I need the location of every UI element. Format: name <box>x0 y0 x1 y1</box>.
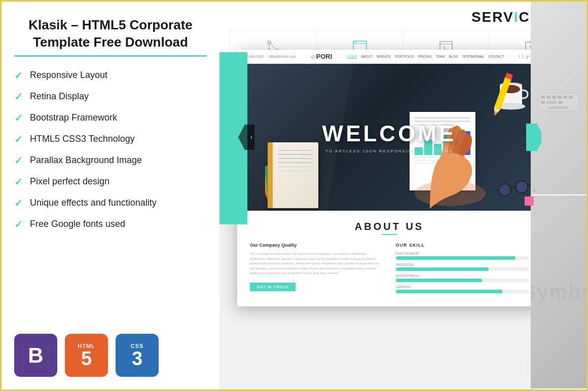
nav-links: HOME ABOUT SERVICE PORTFOLIO PRICING TEA… <box>347 55 504 59</box>
hero-subtitle: TO ARTLESS 100% RESPONSIVE PORI THEME <box>322 149 457 153</box>
skill-label: WORDPRESS <box>396 274 529 278</box>
nav-link-about[interactable]: ABOUT <box>361 55 372 59</box>
nav-logo: ⊙ PORI <box>311 53 333 60</box>
skill-fill <box>396 279 483 282</box>
skill-track <box>396 267 529 271</box>
nav-link-contact[interactable]: CONTACT <box>488 55 504 59</box>
notebook-line <box>278 166 313 167</box>
social-gp: g+ <box>526 55 530 58</box>
nav-link-team[interactable]: TEAM <box>436 55 445 59</box>
svg-rect-51 <box>559 101 563 104</box>
svg-rect-49 <box>541 101 545 104</box>
features-list: ✓ Responsive Layout ✓ Retina Display ✓ B… <box>14 69 207 314</box>
svg-point-32 <box>498 183 512 197</box>
sidebar-img-bottom: Symbo l <box>531 196 586 389</box>
notebook-line <box>278 154 313 155</box>
social-tw: t <box>523 55 524 58</box>
nav-contact: 305-449-3301 office@drone.com <box>243 55 296 58</box>
svg-rect-47 <box>563 96 567 99</box>
nav-link-service[interactable]: SERVICE <box>377 55 391 59</box>
svg-rect-43 <box>541 96 545 99</box>
nav-link-testimonial[interactable]: TESTIMONIAL <box>462 55 484 59</box>
sidebar-label-2: l <box>533 383 534 386</box>
social-fb: f <box>519 55 520 58</box>
notebook-line <box>278 158 313 159</box>
about-section: ABOUT US Our Company Quality Sed ut pers… <box>237 211 541 306</box>
logo-icon: ⊙ <box>311 54 316 60</box>
skill-item: LARAVEL <box>396 285 529 293</box>
svg-line-34 <box>510 187 516 188</box>
skill-label: LARAVEL <box>396 285 529 289</box>
list-item: ✓ Responsive Layout <box>14 69 207 82</box>
services-title: SERVICES <box>230 9 576 25</box>
nav-email: office@drone.com <box>269 55 296 58</box>
skill-track <box>396 279 529 282</box>
contact-button[interactable]: GET IN TOUCH <box>250 283 296 291</box>
css3-badge: CSS 3 <box>116 334 159 377</box>
left-panel: Klasik – HTML5 Corporate Template Free D… <box>2 2 219 389</box>
skill-fill <box>396 256 516 260</box>
about-quality-text: Sed ut perspiciatis unde omnis iste natu… <box>250 252 383 276</box>
svg-rect-45 <box>552 96 556 99</box>
notebook <box>268 142 318 208</box>
right-panel: SERVICES GRAPHICS Lorem ipsum dolo <box>219 2 586 389</box>
about-right: OUR SKILL PHOTOSHOP INDESIGN <box>396 243 529 296</box>
svg-point-11 <box>356 42 357 43</box>
pink-accent <box>525 197 534 206</box>
svg-rect-48 <box>569 96 573 99</box>
skill-item: WORDPRESS <box>396 274 529 282</box>
check-icon: ✓ <box>14 112 23 124</box>
tech-badges: B HTML 5 CSS 3 <box>14 334 207 377</box>
hero-content: WELCOME TO ARTLESS 100% RESPONSIVE PORI … <box>322 121 457 153</box>
skill-track <box>396 290 529 293</box>
main-container: Klasik – HTML5 Corporate Template Free D… <box>2 2 586 389</box>
check-icon: ✓ <box>14 176 23 188</box>
list-item: ✓ Retina Display <box>14 91 207 103</box>
hero-brand: PORI <box>418 149 432 153</box>
list-item: ✓ HTML5 CSS3 Technology <box>14 133 207 145</box>
nav-link-portfolio[interactable]: PORTFOLIO <box>395 55 414 59</box>
page-title: Klasik – HTML5 Corporate Template Free D… <box>14 17 207 51</box>
about-left: Our Company Quality Sed ut perspiciatis … <box>250 243 383 296</box>
skill-label: INDESIGN <box>396 263 529 266</box>
notebook-line <box>278 170 313 171</box>
services-title-accent: I <box>514 9 519 25</box>
html-num: 5 <box>81 349 92 368</box>
hero-section: ‹ WELCOME TO ARTLESS 100% RESPONSIVE POR… <box>237 64 541 211</box>
list-item: ✓ Pixel perfect design <box>14 176 207 188</box>
skill-label: PHOTOSHOP <box>396 252 529 255</box>
check-icon: ✓ <box>14 218 23 230</box>
skill-fill <box>396 267 489 271</box>
about-quality-heading: Our Company Quality <box>250 243 383 248</box>
nav-link-blog[interactable]: BLOG <box>449 55 458 59</box>
svg-rect-46 <box>558 96 562 99</box>
svg-rect-50 <box>546 101 557 104</box>
list-item: ✓ Free Google fonts used <box>14 218 207 230</box>
notebook-line <box>278 162 313 163</box>
notebook-item <box>268 142 318 208</box>
svg-line-4 <box>270 43 276 50</box>
list-item: ✓ Unique effects and functionality <box>14 197 207 209</box>
svg-rect-12 <box>440 42 452 50</box>
notebook-line <box>278 150 313 151</box>
symbol-text: Symbo <box>531 281 586 303</box>
html5-badge: HTML 5 <box>65 334 108 377</box>
check-icon: ✓ <box>14 133 23 145</box>
svg-point-33 <box>514 180 529 194</box>
skill-item: INDESIGN <box>396 263 529 271</box>
arrow-left-icon: ‹ <box>250 134 252 141</box>
svg-rect-44 <box>546 96 550 99</box>
hero-arrow-left[interactable]: ‹ <box>238 125 254 150</box>
nav-link-pricing[interactable]: PRICING <box>418 55 432 59</box>
check-icon: ✓ <box>14 154 23 167</box>
check-icon: ✓ <box>14 197 23 209</box>
css-num: 3 <box>132 349 142 368</box>
website-mockup: 305-449-3301 office@drone.com ⊙ PORI HOM… <box>237 50 541 306</box>
list-item: ✓ Parallax Background Image <box>14 154 207 167</box>
nav-link-home[interactable]: HOME <box>347 55 357 59</box>
svg-rect-52 <box>548 106 569 109</box>
about-content: Our Company Quality Sed ut perspiciatis … <box>250 243 529 296</box>
hero-arrow-right[interactable] <box>526 124 541 151</box>
hero-title: WELCOME <box>322 121 457 146</box>
skill-track <box>396 256 529 260</box>
